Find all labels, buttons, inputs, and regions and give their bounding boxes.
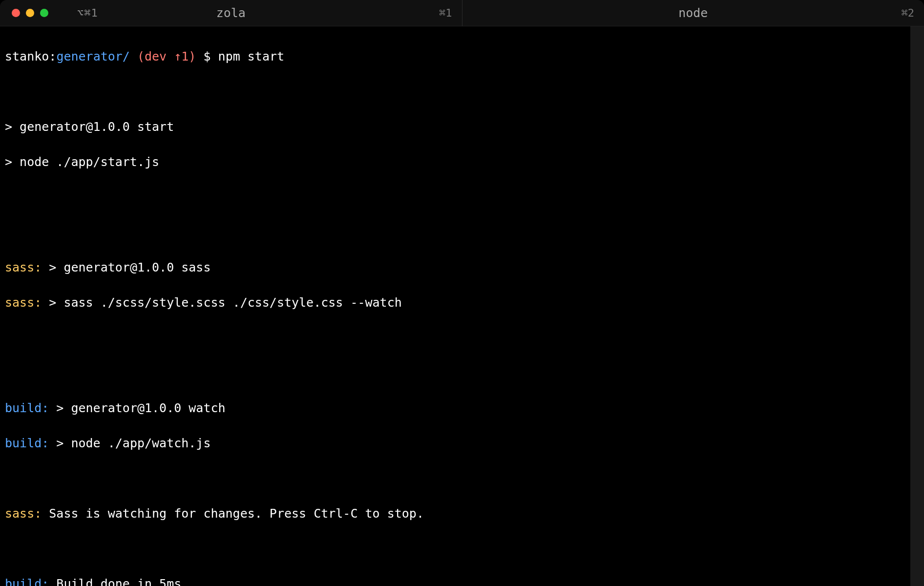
tab-zola[interactable]: zola ⌘1 (0, 0, 462, 26)
tabs: zola ⌘1 node ⌘2 (0, 0, 924, 26)
scrollbar[interactable] (910, 26, 924, 586)
prompt-dollar: $ (203, 49, 210, 63)
output-line: sass: > sass ./scss/style.scss ./css/sty… (5, 294, 919, 312)
prompt-user: stanko (5, 49, 49, 63)
output-line: sass: Sass is watching for changes. Pres… (5, 505, 919, 523)
sass-label: sass: (5, 506, 42, 521)
terminal-output[interactable]: stanko:generator/ (dev ↑1) $ npm start >… (0, 26, 924, 586)
tab-label: zola (216, 6, 246, 20)
output-line: build: > generator@1.0.0 watch (5, 399, 919, 417)
command-text: npm start (218, 49, 284, 63)
prompt-cwd: generator/ (56, 49, 130, 63)
build-label: build: (5, 577, 49, 586)
build-label: build: (5, 401, 49, 415)
output-line: build: > node ./app/watch.js (5, 435, 919, 452)
prompt-line: stanko:generator/ (dev ↑1) $ npm start (5, 48, 919, 65)
tab-label: node (678, 6, 708, 20)
output-line: > generator@1.0.0 start (5, 118, 919, 136)
sass-label: sass: (5, 295, 42, 310)
prompt-branch: (dev ↑1) (137, 49, 196, 63)
output-line: > node ./app/start.js (5, 153, 919, 171)
output-line: build: Build done in 5ms (5, 575, 919, 586)
sass-label: sass: (5, 260, 42, 274)
titlebar: ⌥⌘1 zola ⌘1 node ⌘2 (0, 0, 924, 26)
output-line: sass: > generator@1.0.0 sass (5, 259, 919, 276)
build-label: build: (5, 436, 49, 450)
tab-node[interactable]: node ⌘2 (462, 0, 924, 26)
tab-shortcut: ⌘2 (902, 7, 915, 19)
tab-shortcut: ⌘1 (439, 7, 452, 19)
